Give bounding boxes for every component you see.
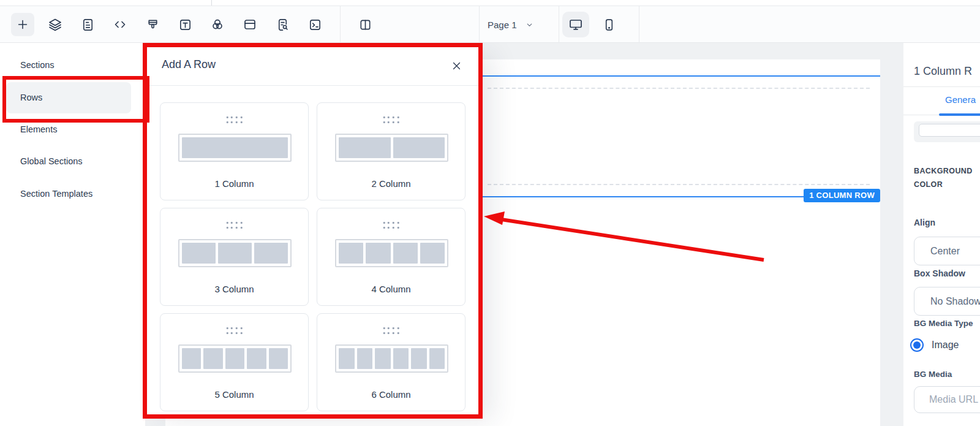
text-icon bbox=[178, 18, 192, 32]
terminal-button[interactable] bbox=[303, 13, 326, 36]
align-label: Align bbox=[914, 218, 935, 227]
panel-tab-bar: Genera bbox=[903, 87, 980, 115]
blend-button[interactable] bbox=[206, 13, 229, 36]
column-layout-thumbnail bbox=[335, 239, 448, 267]
doc-search-button[interactable] bbox=[271, 13, 294, 36]
column-layout-thumbnail bbox=[178, 134, 292, 162]
selected-row-outline[interactable]: 1 COLUMN ROW bbox=[477, 75, 882, 197]
layers-icon bbox=[48, 17, 62, 32]
row-option-label: 4 Column bbox=[317, 284, 465, 294]
form-button[interactable] bbox=[76, 13, 99, 36]
box-shadow-value: No Shadow bbox=[930, 296, 980, 307]
row-option-6-column[interactable]: 6 Column bbox=[317, 313, 466, 411]
form-icon bbox=[81, 18, 95, 32]
builder-app: 1 COLUMN ROW bbox=[0, 0, 980, 426]
color-swatch-container bbox=[914, 121, 980, 142]
editor-toolbar: Page 1 bbox=[0, 6, 980, 43]
row-inner-dashed-bottom bbox=[488, 184, 870, 185]
browser-icon bbox=[243, 17, 257, 32]
drag-handle-icon bbox=[383, 327, 399, 334]
bg-media-label: BG Media bbox=[914, 370, 952, 379]
drag-handle-icon bbox=[383, 222, 399, 229]
toolbar-divider bbox=[340, 6, 341, 43]
modal-header: Add A Row bbox=[147, 47, 478, 86]
row-type-badge[interactable]: 1 COLUMN ROW bbox=[804, 189, 880, 202]
settings-panel: 1 Column R Genera BACKGROUND COLOR Align… bbox=[903, 43, 980, 426]
browser-button[interactable] bbox=[238, 13, 262, 36]
drag-handle-icon bbox=[226, 327, 243, 334]
code-icon bbox=[113, 17, 127, 32]
close-button[interactable] bbox=[449, 58, 464, 73]
toolbar-divider bbox=[479, 6, 480, 43]
split-columns-button[interactable] bbox=[353, 13, 377, 36]
media-url-placeholder: Media URL bbox=[929, 394, 978, 405]
panel-title: 1 Column R bbox=[914, 65, 972, 78]
paint-button[interactable] bbox=[141, 13, 164, 36]
column-layout-thumbnail bbox=[335, 344, 448, 373]
sidebar-item-rows[interactable]: Rows bbox=[20, 93, 42, 102]
toolbar-divider bbox=[559, 6, 559, 43]
add-button[interactable] bbox=[11, 13, 34, 36]
box-shadow-select[interactable]: No Shadow bbox=[914, 287, 980, 316]
doc-search-icon bbox=[276, 18, 290, 32]
row-option-3-column[interactable]: 3 Column bbox=[160, 208, 309, 306]
sidebar-item-global-sections[interactable]: Global Sections bbox=[20, 156, 83, 166]
sidebar-item-elements[interactable]: Elements bbox=[20, 124, 57, 134]
modal-title: Add A Row bbox=[162, 58, 216, 71]
bg-media-type-label: BG Media Type bbox=[914, 319, 973, 328]
row-option-label: 1 Column bbox=[160, 178, 308, 189]
radio-option-label: Image bbox=[932, 340, 959, 351]
column-layout-thumbnail bbox=[178, 239, 292, 267]
text-button[interactable] bbox=[173, 13, 197, 36]
radio-selected-icon bbox=[910, 338, 924, 352]
row-inner-dashed-top bbox=[488, 88, 870, 89]
code-button[interactable] bbox=[108, 13, 132, 36]
sidebar-item-section-templates[interactable]: Section Templates bbox=[20, 189, 92, 199]
column-layout-thumbnail bbox=[335, 134, 448, 162]
panel-divider-strip bbox=[880, 43, 903, 426]
bg-media-url-input[interactable]: Media URL bbox=[914, 386, 980, 413]
window-top-strip bbox=[0, 0, 980, 6]
page-selector-dropdown[interactable]: Page 1 bbox=[488, 15, 533, 34]
align-select[interactable]: Center bbox=[914, 237, 980, 265]
tab-general[interactable]: Genera bbox=[945, 94, 976, 105]
align-value: Center bbox=[930, 246, 960, 257]
row-option-label: 5 Column bbox=[160, 389, 308, 400]
close-icon bbox=[451, 61, 462, 71]
mobile-view-button[interactable] bbox=[595, 12, 622, 37]
color-swatch-input[interactable] bbox=[919, 124, 980, 137]
add-row-modal: Add A Row 1 Column 2 Column 3 Column 4 C… bbox=[147, 47, 478, 414]
desktop-icon bbox=[568, 17, 583, 32]
row-option-4-column[interactable]: 4 Column bbox=[317, 208, 466, 306]
row-option-label: 6 Column bbox=[317, 389, 465, 400]
bg-media-type-radio-image[interactable]: Image bbox=[910, 338, 959, 352]
mobile-icon bbox=[602, 18, 616, 32]
sidebar-item-sections[interactable]: Sections bbox=[20, 60, 55, 70]
tab-divider bbox=[211, 0, 212, 6]
column-layout-thumbnail bbox=[178, 344, 292, 373]
paintbrush-icon bbox=[146, 18, 160, 32]
drag-handle-icon bbox=[383, 116, 399, 123]
page-selector-label: Page 1 bbox=[488, 20, 517, 30]
row-option-label: 3 Column bbox=[160, 284, 308, 294]
row-option-1-column[interactable]: 1 Column bbox=[160, 102, 309, 200]
row-option-5-column[interactable]: 5 Column bbox=[160, 313, 309, 411]
blend-circles-icon bbox=[210, 17, 225, 32]
box-shadow-label: Box Shadow bbox=[914, 268, 965, 278]
background-color-label: BACKGROUND COLOR bbox=[914, 164, 980, 191]
tab-active-underline bbox=[939, 113, 980, 116]
plus-icon bbox=[16, 18, 29, 31]
device-toggle-group bbox=[562, 12, 622, 37]
desktop-view-button[interactable] bbox=[562, 12, 589, 37]
toolbar-divider bbox=[639, 6, 639, 43]
layers-button[interactable] bbox=[43, 13, 67, 36]
drag-handle-icon bbox=[226, 222, 243, 229]
columns-icon bbox=[358, 18, 372, 32]
chevron-down-icon bbox=[526, 21, 533, 29]
left-sidebar: Sections Rows Elements Global Sections S… bbox=[0, 43, 145, 426]
row-option-2-column[interactable]: 2 Column bbox=[317, 102, 466, 200]
terminal-icon bbox=[308, 18, 322, 32]
drag-handle-icon bbox=[226, 116, 243, 123]
row-option-label: 2 Column bbox=[317, 178, 465, 189]
